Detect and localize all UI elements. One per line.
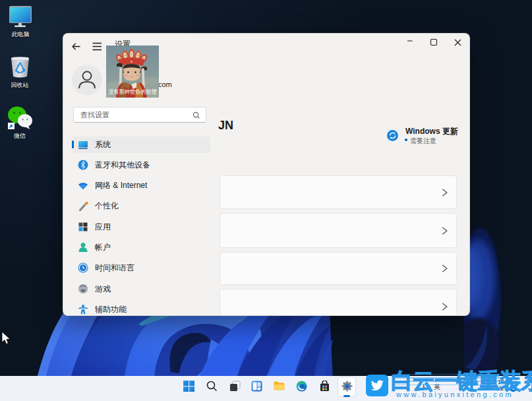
svg-text:没有那种世俗的欲望: 没有那种世俗的欲望 [108,88,157,95]
